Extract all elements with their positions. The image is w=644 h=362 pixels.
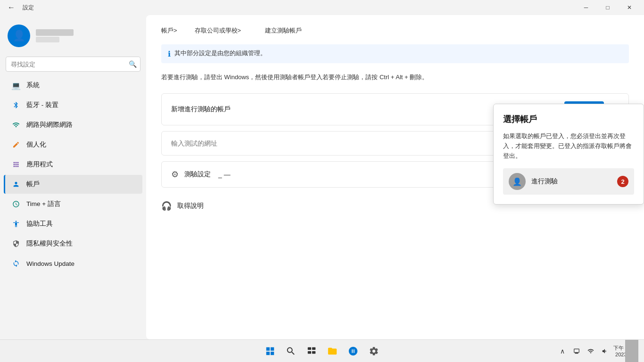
taskbar-edge-icon[interactable]: [344, 342, 363, 361]
windows-update-icon: [11, 259, 21, 268]
taskbar-speaker-icon[interactable]: [599, 346, 611, 357]
taskbar-settings-icon[interactable]: [364, 342, 383, 361]
main-content: 帳戶> 存取公司或學校> 建立測驗帳戶 ℹ 其中部分設定是由您的組織管理。 若要…: [146, 15, 644, 339]
apps-icon: [11, 160, 21, 169]
breadcrumb-part1[interactable]: 帳戶>: [161, 26, 177, 35]
help-label: 取得說明: [177, 202, 204, 210]
taskbar-windows-icon[interactable]: [261, 342, 280, 361]
sidebar-item-accessibility[interactable]: 協助工具: [4, 214, 142, 233]
system-icon: 💻: [11, 81, 21, 90]
svg-rect-1: [312, 347, 315, 350]
sidebar-label-accessibility: 協助工具: [26, 220, 53, 228]
search-box: 🔍: [6, 57, 140, 72]
sidebar-item-windows-update[interactable]: Windows Update: [4, 254, 142, 273]
taskbar-chevron-icon[interactable]: ∧: [557, 346, 568, 357]
sidebar-item-time[interactable]: Time + 語言: [4, 195, 142, 214]
sidebar-item-system[interactable]: 💻 系統: [4, 76, 142, 95]
settings-dots: _ —: [218, 171, 231, 178]
titlebar-title: 設定: [23, 4, 34, 12]
user-info: [36, 29, 74, 42]
sidebar-item-apps[interactable]: 應用程式: [4, 155, 142, 174]
user-email: [36, 37, 59, 42]
accessibility-icon: [11, 219, 21, 229]
badge-2: 2: [617, 176, 628, 187]
maximize-button[interactable]: □: [597, 0, 619, 15]
accounts-icon: [11, 180, 21, 189]
sidebar-label-bluetooth: 藍牙 - 裝置: [26, 101, 58, 109]
sidebar-label-time: Time + 語言: [26, 200, 61, 208]
account-avatar: 👤: [509, 173, 526, 190]
titlebar: ← 設定 ─ □ ✕: [0, 0, 644, 15]
titlebar-left: ← 設定: [4, 0, 34, 15]
app-container: 👤 🔍 💻 系統 藍牙 - 裝置 網路與網際網路: [0, 15, 644, 339]
sidebar-label-apps: 應用程式: [26, 160, 53, 169]
avatar: 👤: [8, 25, 30, 47]
help-icon: 🎧: [161, 201, 172, 211]
search-icon: 🔍: [129, 60, 137, 68]
bluetooth-icon: [11, 100, 21, 110]
back-button[interactable]: ←: [4, 0, 19, 15]
select-account-popup: 選擇帳戶 如果選取的帳戶已登入，您必須登出並再次登入，才能套用變更。已登入的指派…: [493, 104, 644, 205]
minimize-button[interactable]: ─: [575, 0, 597, 15]
add-account-label: 新增進行測驗的帳戶: [171, 105, 231, 114]
taskbar-center: [261, 342, 383, 361]
taskbar-monitor-icon[interactable]: [571, 346, 582, 357]
breadcrumb-current: 建立測驗帳戶: [265, 26, 302, 35]
sidebar-label-accounts: 帳戶: [26, 180, 40, 189]
taskbar-show-desktop[interactable]: [625, 340, 638, 362]
search-input[interactable]: [6, 57, 140, 72]
sidebar-label-privacy: 隱私權與安全性: [26, 239, 73, 248]
close-button[interactable]: ✕: [619, 0, 640, 15]
user-name: [36, 29, 74, 36]
sidebar-item-network[interactable]: 網路與網際網路: [4, 115, 142, 134]
sidebar-item-privacy[interactable]: 隱私權與安全性: [4, 234, 142, 253]
sidebar-label-network: 網路與網際網路: [26, 121, 73, 129]
personalize-icon: [11, 140, 21, 149]
sidebar-item-bluetooth[interactable]: 藍牙 - 裝置: [4, 96, 142, 115]
sidebar-item-personalize[interactable]: 個人化: [4, 135, 142, 154]
account-item[interactable]: 👤 進行測驗 2: [503, 168, 634, 195]
sidebar-label-system: 系統: [26, 81, 40, 90]
taskbar-explorer-icon[interactable]: [323, 342, 342, 361]
info-icon: ℹ: [168, 49, 171, 58]
sidebar-item-accounts[interactable]: 帳戶: [4, 175, 142, 194]
taskbar-taskview-icon[interactable]: [302, 342, 321, 361]
svg-rect-0: [308, 347, 311, 350]
description-text: 若要進行測驗，請登出 Windows，然後使用測驗者帳戶登入若要停止測驗，請按 …: [161, 73, 629, 82]
titlebar-controls: ─ □ ✕: [575, 0, 640, 15]
sidebar-label-windows-update: Windows Update: [26, 260, 74, 267]
taskbar-right: ∧ 下午 11:07 2023/9/18: [557, 345, 638, 357]
gear-icon: ⚙: [171, 169, 179, 180]
taskbar-search-icon[interactable]: [281, 342, 300, 361]
popup-description: 如果選取的帳戶已登入，您必須登出並再次登入，才能套用變更。已登入的指派存取帳戶將…: [503, 132, 634, 161]
network-icon: [11, 120, 21, 130]
info-banner: ℹ 其中部分設定是由您的組織管理。: [161, 44, 629, 63]
privacy-icon: [11, 239, 21, 248]
settings-label: 測驗設定: [184, 170, 211, 179]
popup-title: 選擇帳戶: [503, 114, 634, 125]
svg-rect-2: [308, 351, 311, 354]
taskbar-network-icon2[interactable]: [585, 346, 596, 357]
info-text: 其中部分設定是由您的組織管理。: [174, 49, 266, 58]
svg-rect-3: [312, 351, 315, 354]
taskbar: ∧ 下午 11:07 2023/9/18: [0, 339, 644, 362]
breadcrumb-part2[interactable]: 存取公司或學校>: [195, 26, 241, 35]
user-profile: 👤: [0, 19, 146, 53]
account-name: 進行測驗: [531, 177, 611, 186]
sidebar-label-personalize: 個人化: [26, 140, 46, 149]
sidebar: 👤 🔍 💻 系統 藍牙 - 裝置 網路與網際網路: [0, 15, 146, 339]
time-icon: [11, 199, 21, 209]
breadcrumb: 帳戶> 存取公司或學校> 建立測驗帳戶: [161, 26, 629, 35]
